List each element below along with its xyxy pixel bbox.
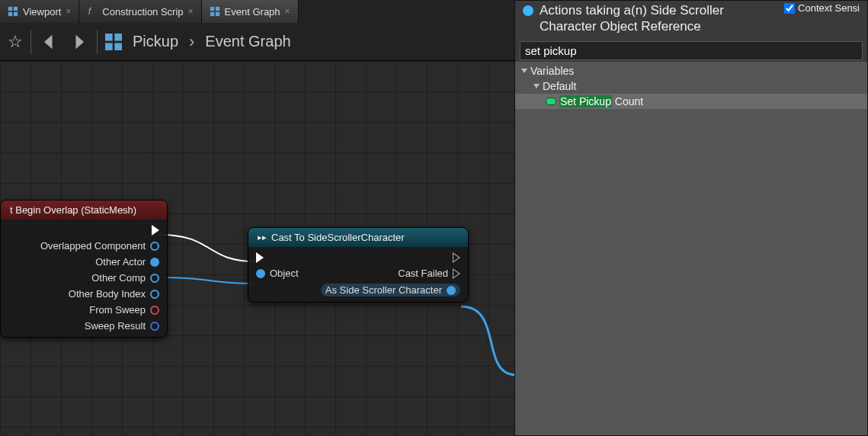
context-menu[interactable]: Actions taking a(n) Side Scroller Charac…	[514, 0, 868, 436]
nav-back-button[interactable]	[39, 31, 60, 53]
svg-rect-9	[105, 34, 113, 41]
node-header: t Begin Overlap (StaticMesh)	[1, 200, 167, 220]
variable-icon	[546, 98, 556, 105]
close-icon[interactable]: ×	[66, 6, 71, 17]
tab-label: Viewport	[23, 6, 61, 18]
node-body: Object Cast Failed As Side Scroller Char…	[248, 247, 468, 302]
pin-label: Cast Failed	[398, 268, 448, 279]
context-sensitive-checkbox[interactable]	[784, 3, 795, 14]
caret-down-icon	[521, 69, 527, 73]
highlight: Set Pickup	[559, 95, 612, 107]
cast-icon: ▸▸	[258, 232, 267, 242]
exec-out-pin[interactable]	[152, 225, 159, 236]
tab-event-graph[interactable]: Event Graph ×	[202, 0, 299, 23]
close-icon[interactable]: ×	[285, 6, 290, 17]
viewport-icon	[8, 6, 18, 17]
node-title: Cast To SideScrollerCharacter	[271, 232, 405, 243]
search-container	[520, 41, 863, 60]
svg-rect-6	[215, 7, 219, 11]
context-title-line1: Actions taking a(n) Side Scroller	[540, 2, 724, 18]
object-out-pin[interactable]	[447, 286, 456, 295]
chevron-right-icon: ›	[189, 32, 194, 52]
category-label: Variables	[530, 65, 574, 77]
object-pin[interactable]	[150, 274, 159, 283]
node-body: Overlapped Component Other Actor Other C…	[1, 220, 167, 337]
tab-construction-script[interactable]: f Construction Scrip ×	[79, 0, 201, 23]
breadcrumb-current[interactable]: Event Graph	[205, 33, 290, 50]
filter-indicator-icon	[523, 5, 533, 16]
graph-icon	[210, 6, 220, 17]
tree-category-variables[interactable]: Variables	[515, 63, 867, 79]
tab-label: Event Graph	[225, 6, 280, 18]
favorite-icon[interactable]: ☆	[8, 32, 23, 52]
toolbar-divider	[97, 30, 98, 54]
function-icon: f	[87, 6, 98, 17]
context-menu-header: Actions taking a(n) Side Scroller Charac…	[515, 1, 867, 40]
bool-pin[interactable]	[150, 306, 159, 315]
context-menu-results: Variables Default Set Pickup Count	[515, 62, 867, 436]
breadcrumb-root[interactable]: Pickup	[133, 33, 178, 50]
node-begin-overlap[interactable]: t Begin Overlap (StaticMesh) Overlapped …	[0, 200, 168, 338]
node-cast-to[interactable]: ▸▸ Cast To SideScrollerCharacter Object …	[248, 227, 469, 303]
context-sensitive-label: Context Sensi	[798, 2, 860, 14]
search-input[interactable]	[520, 41, 863, 60]
svg-rect-1	[14, 7, 18, 11]
pin-label: Object	[270, 268, 299, 279]
close-icon[interactable]: ×	[188, 6, 194, 17]
exec-in-pin[interactable]	[256, 252, 264, 263]
pin-label: Other Actor	[95, 256, 146, 268]
object-pin[interactable]	[150, 242, 159, 251]
nav-forward-button[interactable]	[68, 31, 89, 53]
pin-label: From Sweep	[89, 304, 146, 316]
tree-category-default[interactable]: Default	[515, 79, 867, 94]
svg-rect-0	[8, 7, 12, 11]
svg-rect-10	[114, 34, 122, 41]
category-label: Default	[543, 80, 576, 92]
context-title-line2: Character Object Reference	[540, 18, 724, 34]
node-title: t Begin Overlap (StaticMesh)	[10, 204, 136, 216]
svg-rect-7	[210, 12, 213, 16]
int-pin[interactable]	[150, 290, 159, 299]
toolbar-divider	[30, 30, 31, 54]
pin-label: Overlapped Component	[40, 240, 146, 252]
tree-result-set-pickup-count[interactable]: Set Pickup Count	[515, 94, 867, 109]
pin-label: Other Body Index	[69, 288, 146, 300]
object-pin[interactable]	[150, 258, 159, 267]
svg-rect-11	[105, 43, 113, 50]
tab-label: Construction Scrip	[102, 6, 183, 18]
caret-down-icon	[533, 84, 540, 88]
struct-pin[interactable]	[150, 322, 159, 331]
result-label: Set Pickup Count	[559, 95, 643, 107]
pin-label: As Side Scroller Character	[325, 284, 442, 296]
svg-rect-5	[210, 7, 213, 11]
svg-rect-12	[114, 43, 122, 50]
node-header: ▸▸ Cast To SideScrollerCharacter	[248, 228, 468, 247]
pin-label: Sweep Result	[85, 320, 146, 332]
object-in-pin[interactable]	[256, 269, 265, 278]
svg-text:f: f	[88, 6, 92, 17]
pin-label: Other Comp	[91, 272, 146, 284]
exec-out-pin[interactable]	[453, 252, 460, 263]
exec-fail-pin[interactable]	[453, 268, 460, 279]
svg-rect-3	[14, 12, 18, 16]
svg-rect-8	[215, 12, 219, 16]
breadcrumb: Pickup › Event Graph	[105, 32, 291, 52]
tab-viewport[interactable]: Viewport ×	[0, 0, 79, 23]
svg-rect-2	[8, 12, 12, 16]
blueprint-icon	[105, 34, 122, 50]
